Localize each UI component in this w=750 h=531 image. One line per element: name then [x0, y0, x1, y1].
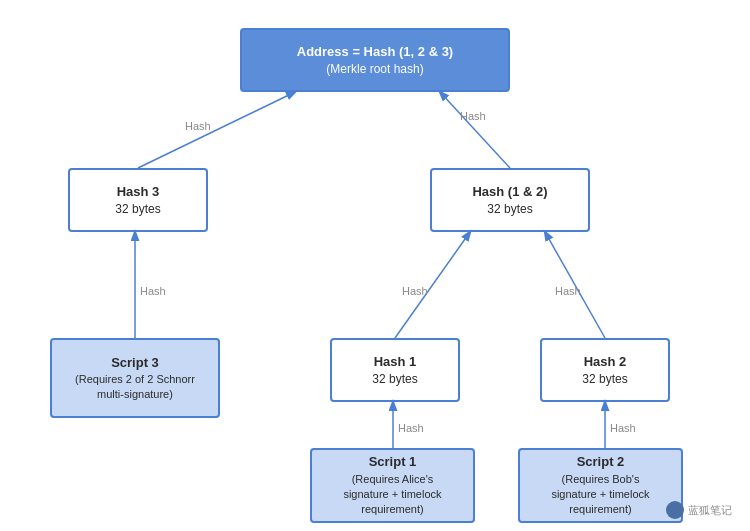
hash3-label: Hash 3 — [117, 183, 160, 201]
script1-label: Script 1 — [369, 453, 417, 471]
svg-line-7 — [395, 232, 470, 338]
hash12-label: Hash (1 & 2) — [472, 183, 547, 201]
script3-sublabel: (Requires 2 of 2 Schnorr multi-signature… — [75, 372, 195, 403]
hash12-sublabel: 32 bytes — [487, 201, 532, 218]
hash2-label: Hash 2 — [584, 353, 627, 371]
hash2-box: Hash 2 32 bytes — [540, 338, 670, 402]
hash2-sublabel: 32 bytes — [582, 371, 627, 388]
svg-text:Hash: Hash — [610, 422, 636, 434]
hash12-box: Hash (1 & 2) 32 bytes — [430, 168, 590, 232]
hash1-sublabel: 32 bytes — [372, 371, 417, 388]
hash1-box: Hash 1 32 bytes — [330, 338, 460, 402]
watermark-text: 蓝狐笔记 — [688, 503, 732, 518]
svg-text:Hash: Hash — [140, 285, 166, 297]
script1-sublabel: (Requires Alice'ssignature + timelockreq… — [343, 472, 441, 518]
svg-line-9 — [545, 232, 605, 338]
hash3-box: Hash 3 32 bytes — [68, 168, 208, 232]
svg-text:Hash: Hash — [460, 110, 486, 122]
diagram-container: Address = Hash (1, 2 & 3) (Merkle root h… — [0, 0, 750, 531]
script3-box: Script 3 (Requires 2 of 2 Schnorr multi-… — [50, 338, 220, 418]
svg-text:Hash: Hash — [398, 422, 424, 434]
script2-box: Script 2 (Requires Bob'ssignature + time… — [518, 448, 683, 523]
hash1-label: Hash 1 — [374, 353, 417, 371]
script1-box: Script 1 (Requires Alice'ssignature + ti… — [310, 448, 475, 523]
svg-line-1 — [138, 92, 295, 168]
svg-line-3 — [440, 92, 510, 168]
root-box: Address = Hash (1, 2 & 3) (Merkle root h… — [240, 28, 510, 92]
root-label: Address = Hash (1, 2 & 3) — [297, 43, 453, 61]
hash3-sublabel: 32 bytes — [115, 201, 160, 218]
svg-text:Hash: Hash — [402, 285, 428, 297]
svg-text:Hash: Hash — [555, 285, 581, 297]
script3-label: Script 3 — [111, 354, 159, 372]
root-sublabel: (Merkle root hash) — [326, 61, 423, 78]
script2-sublabel: (Requires Bob'ssignature + timelockrequi… — [551, 472, 649, 518]
watermark-icon — [666, 501, 684, 519]
script2-label: Script 2 — [577, 453, 625, 471]
watermark: 蓝狐笔记 — [666, 501, 732, 519]
svg-text:Hash: Hash — [185, 120, 211, 132]
